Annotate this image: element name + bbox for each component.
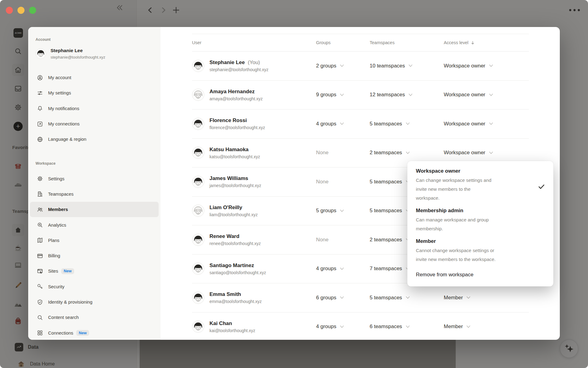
access-level-cell[interactable]: Member [444,324,529,330]
groups-cell[interactable]: 6 groups [316,295,370,301]
menu-option-label: Membership admin [416,207,546,215]
member-name: Renee Ward [209,233,261,240]
sidebar-item-my-account[interactable]: My account [30,70,159,85]
column-header-user[interactable]: User [192,40,316,45]
user-cell: Katsu Hamaokakatsu@toolsforthought.xyz [192,146,316,160]
teamspaces-cell[interactable]: 12 teamspaces [370,92,444,98]
sidebar-item-label: My settings [48,90,71,95]
member-email: santiago@toolsforthought.xyz [209,270,266,276]
column-header-teamspaces[interactable]: Teamspaces [370,40,444,45]
window-controls [6,7,36,14]
chevron-down-icon [489,122,493,125]
avatar [192,234,204,246]
sidebar-item-teamspaces[interactable]: Teamspaces [30,186,159,202]
browser-cursor-icon [37,268,43,274]
teamspaces-cell[interactable]: 10 teamspaces [370,63,444,69]
avatar [192,147,204,159]
access-level-cell[interactable]: Workspace owner [444,92,529,98]
member-name: Santiago Martinez [209,262,266,269]
chevron-down-icon [340,94,344,96]
avatar [192,60,204,72]
user-cell: Stephanie Lee (You)stephanie@toolsfortho… [192,59,316,73]
member-name: Kai Chan [209,320,255,327]
member-email: amaya@toolsforthought.xyz [209,96,263,102]
menu-option-workspace-owner[interactable]: Workspace ownerCan change workspace sett… [416,167,546,202]
sidebar-item-label: Identity & provisioning [48,300,92,305]
teamspaces-cell[interactable]: 6 teamspaces [370,324,444,330]
teamspaces-cell[interactable]: 5 teamspaces [370,295,444,301]
sidebar-item-label: Members [48,207,68,212]
member-name: James Williams [209,175,261,182]
teamspaces-cell[interactable]: 5 teamspaces [370,121,444,127]
sidebar-item-label: Teamspaces [48,192,74,197]
chevron-down-icon [406,122,410,125]
access-level-cell[interactable]: Workspace owner [444,63,529,69]
avatar [192,205,204,217]
table-header: User Groups Teamspaces Access level [192,34,529,52]
chevron-down-icon [340,64,344,67]
teamspaces-cell[interactable]: 2 teamspaces [370,150,444,156]
zoom-button[interactable] [29,7,36,14]
avatar [192,176,204,188]
member-name: Stephanie Lee (You) [209,59,268,66]
chevron-down-icon [489,151,493,154]
groups-cell[interactable]: 4 groups [316,266,370,272]
settings-sidebar: Account Stephanie Lee stephanie@toolsfor… [28,27,160,340]
avatar [192,320,204,333]
access-level-cell[interactable]: Member [444,295,529,301]
column-header-groups[interactable]: Groups [316,40,370,45]
sidebar-item-my-connections[interactable]: My connections [30,116,159,132]
sidebar-item-billing[interactable]: Billing [30,248,159,263]
member-name: Amaya Hernandez [209,88,263,95]
groups-cell[interactable]: 2 groups [316,63,370,69]
sidebar-item-settings[interactable]: Settings [30,171,159,186]
magnifier-plus-icon [37,222,43,228]
menu-option-label: Member [416,237,546,245]
user-cell: Kai Chankai@toolsforthought.xyz [192,320,316,334]
chevron-down-icon [489,94,493,96]
sidebar-item-analytics[interactable]: Analytics [30,217,159,232]
sidebar-item-security[interactable]: Security [30,279,159,294]
groups-cell: None [316,237,370,243]
sidebar-item-content-search[interactable]: Content search [30,310,159,325]
groups-cell[interactable]: 4 groups [316,121,370,127]
member-name: Emma Smith [209,291,262,298]
groups-cell[interactable]: 4 groups [316,324,370,330]
sidebar-item-my-notifications[interactable]: My notifications [30,101,159,116]
sidebar-item-language-region[interactable]: Language & region [30,132,159,147]
account-menu: My accountMy settingsMy notificationsMy … [30,70,159,147]
account-user: Stephanie Lee stephanie@toolsforthought.… [34,44,155,63]
table-row: Amaya Hernandezamaya@toolsforthought.xyz… [192,81,529,110]
sidebar-item-sites[interactable]: SitesNew [30,263,159,279]
sidebar-item-label: Security [48,284,64,289]
minimize-button[interactable] [17,7,24,14]
column-header-access-level[interactable]: Access level [444,40,529,45]
account-user-email: stephanie@toolsforthought.xyz [51,55,105,60]
sidebar-item-my-settings[interactable]: My settings [30,85,159,101]
access-level-cell[interactable]: Workspace owner [444,121,529,127]
user-cell: Amaya Hernandezamaya@toolsforthought.xyz [192,88,316,102]
sidebar-item-connections[interactable]: ConnectionsNew [30,325,159,340]
member-email: emma@toolsforthought.xyz [209,299,262,305]
person-circle-icon [37,75,43,81]
groups-cell[interactable]: 9 groups [316,92,370,98]
user-cell: Florence Rossiflorence@toolsforthought.x… [192,117,316,131]
member-email: stephanie@toolsforthought.xyz [209,67,268,73]
chevron-down-icon [340,296,344,299]
sidebar-item-plans[interactable]: Plans [30,233,159,248]
sidebar-item-members[interactable]: Members [30,202,159,217]
user-cell: James Williamsjames@toolsforthought.xyz [192,175,316,189]
avatar [192,89,204,101]
menu-option-membership-admin[interactable]: Membership adminCan manage workspace and… [416,207,546,233]
menu-option-member[interactable]: MemberCannot change workspace settings o… [416,237,546,264]
close-button[interactable] [6,7,13,14]
groups-cell[interactable]: 5 groups [316,208,370,214]
sidebar-item-identity-provisioning[interactable]: Identity & provisioning [30,294,159,310]
chevron-down-icon [340,122,344,125]
groups-cell: None [316,150,370,156]
sidebar-item-label: My account [48,75,71,80]
member-name: Liam O'Reilly [209,204,258,211]
menu-item-remove-from-workspace[interactable]: Remove from workspace [416,268,546,285]
menu-option-description: Cannot change workspace settings or invi… [416,246,522,264]
access-level-cell[interactable]: Workspace owner [444,150,529,156]
